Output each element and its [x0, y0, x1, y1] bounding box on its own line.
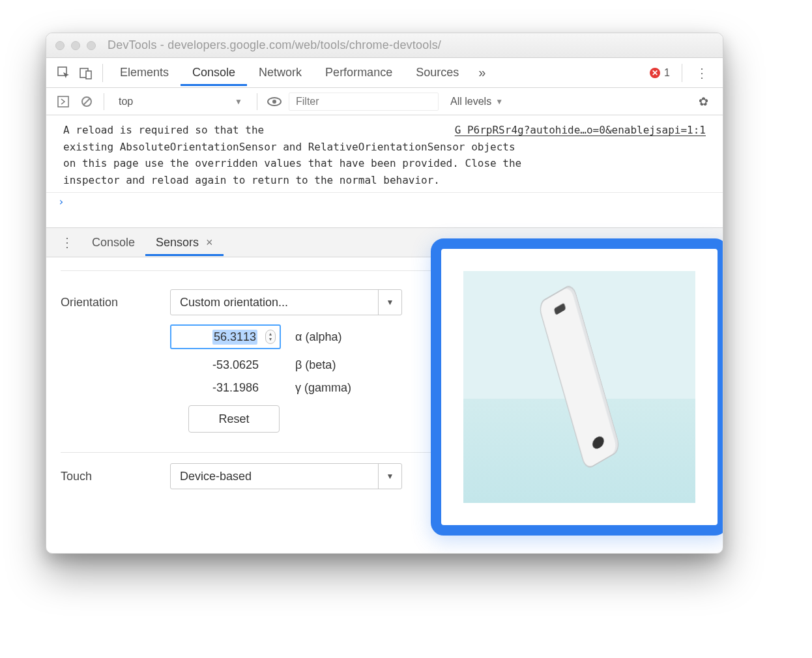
orientation-select-value: Custom orientation...: [171, 296, 378, 309]
live-expression-icon[interactable]: [265, 93, 283, 111]
separator: [257, 93, 257, 110]
drawer-menu-icon[interactable]: ⋮: [53, 235, 81, 250]
reset-button[interactable]: Reset: [188, 405, 280, 433]
console-message-line: existing AbsoluteOrientationSensor and R…: [63, 141, 515, 153]
orientation-select[interactable]: Custom orientation... ▼: [170, 289, 402, 315]
console-message-line: A reload is required so that the: [63, 124, 264, 136]
svg-rect-3: [58, 96, 68, 107]
device-model-body: [538, 283, 621, 471]
console-message-line: inspector and reload again to return to …: [63, 174, 440, 186]
kebab-menu-icon[interactable]: ⋮: [688, 65, 716, 81]
chevron-down-icon: ▼: [235, 97, 242, 106]
close-tab-icon[interactable]: ×: [206, 236, 213, 249]
number-stepper-icon[interactable]: ▴▾: [265, 330, 276, 344]
drawer-tab-label: Sensors: [156, 236, 199, 249]
svg-line-5: [83, 98, 90, 105]
chevron-down-icon: ▼: [378, 290, 401, 315]
execution-context-select[interactable]: top ▼: [112, 93, 249, 110]
console-sidebar-toggle-icon[interactable]: [54, 93, 72, 111]
orientation-preview-canvas[interactable]: [463, 271, 695, 503]
device-toolbar-icon[interactable]: [75, 63, 97, 83]
alpha-label: α (alpha): [295, 330, 360, 344]
separator: [102, 64, 103, 82]
console-toolbar: top ▼ All levels ▼ ✿: [46, 88, 723, 115]
error-count: 1: [664, 67, 670, 79]
tab-sources[interactable]: Sources: [404, 59, 471, 86]
separator: [104, 93, 104, 110]
svg-rect-2: [86, 71, 91, 79]
more-tabs-icon[interactable]: »: [471, 65, 493, 80]
svg-point-7: [272, 100, 276, 104]
clear-console-icon[interactable]: [78, 93, 96, 111]
console-prompt[interactable]: ›: [46, 193, 723, 210]
gamma-label: γ (gamma): [295, 381, 360, 395]
chevron-down-icon: ▼: [378, 464, 401, 489]
tab-performance[interactable]: Performance: [313, 59, 404, 86]
console-settings-icon[interactable]: ✿: [692, 94, 715, 109]
devtools-window: DevTools - developers.google.com/web/too…: [46, 33, 723, 554]
beta-label: β (beta): [295, 358, 360, 372]
beta-value[interactable]: -53.0625: [170, 358, 281, 372]
device-model[interactable]: [512, 289, 647, 465]
error-icon: ✕: [650, 68, 660, 78]
zoom-window-button[interactable]: [87, 41, 96, 50]
drawer-tab-sensors[interactable]: Sensors ×: [145, 229, 224, 256]
touch-select[interactable]: Device-based ▼: [170, 463, 402, 489]
console-message: A reload is required so that the G P6rpR…: [46, 115, 723, 193]
separator: [682, 64, 682, 82]
execution-context-value: top: [119, 96, 133, 107]
inspect-element-icon[interactable]: [53, 63, 75, 83]
alpha-input[interactable]: 56.3113 ▴▾: [170, 324, 281, 349]
tab-console[interactable]: Console: [181, 59, 247, 86]
gamma-value[interactable]: -31.1986: [170, 381, 281, 395]
log-levels-select[interactable]: All levels ▼: [444, 96, 510, 107]
minimize-window-button[interactable]: [71, 41, 80, 50]
console-message-line: on this page use the overridden values t…: [63, 157, 521, 169]
main-tabstrip: Elements Console Network Performance Sou…: [46, 58, 723, 88]
chevron-down-icon: ▼: [495, 97, 503, 106]
titlebar: DevTools - developers.google.com/web/too…: [46, 33, 723, 58]
log-levels-value: All levels: [450, 96, 491, 107]
alpha-input-value: 56.3113: [212, 330, 257, 345]
error-count-badge[interactable]: ✕ 1: [643, 67, 676, 79]
touch-label: Touch: [61, 470, 157, 483]
traffic-lights: [55, 41, 96, 50]
window-title: DevTools - developers.google.com/web/too…: [108, 38, 441, 52]
tab-elements[interactable]: Elements: [108, 59, 181, 86]
orientation-preview-highlight: [431, 238, 723, 536]
drawer-tab-console[interactable]: Console: [81, 229, 145, 256]
touch-select-value: Device-based: [171, 470, 378, 483]
tab-network[interactable]: Network: [247, 59, 313, 86]
orientation-label: Orientation: [61, 296, 157, 309]
close-window-button[interactable]: [55, 41, 65, 50]
console-message-source-link[interactable]: G P6rpRSr4g?autohide…o=0&enablejsapi=1:1: [455, 122, 706, 139]
console-filter-input[interactable]: [289, 93, 439, 111]
